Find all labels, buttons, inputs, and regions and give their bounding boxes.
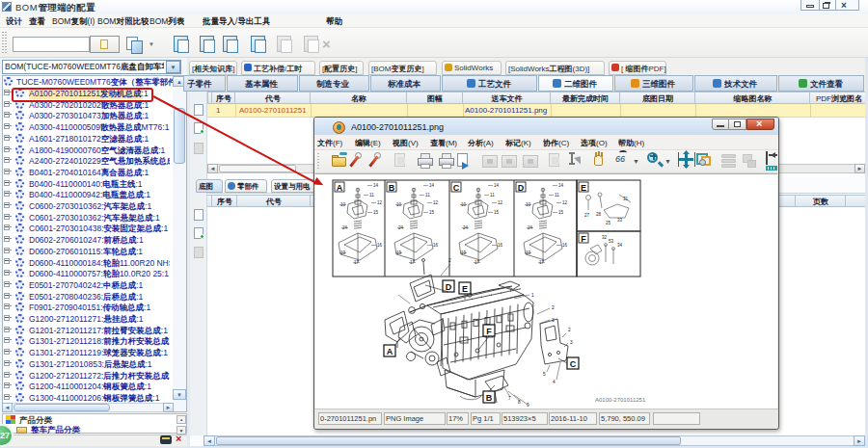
- svg-text:E: E: [581, 183, 586, 193]
- svg-text:F: F: [486, 327, 492, 336]
- svg-text:2: 2: [568, 328, 571, 332]
- svg-text:28: 28: [596, 212, 602, 217]
- svg-text:27: 27: [584, 213, 590, 218]
- svg-text:31: 31: [623, 197, 629, 201]
- svg-text:2: 2: [552, 305, 555, 310]
- svg-text:8: 8: [518, 400, 521, 405]
- svg-text:5: 5: [543, 372, 546, 377]
- svg-text:E: E: [462, 284, 468, 294]
- svg-text:11: 11: [490, 193, 495, 198]
- svg-text:7: 7: [508, 396, 511, 401]
- svg-text:15: 15: [373, 210, 379, 215]
- svg-text:2: 2: [448, 258, 451, 263]
- svg-text:12: 12: [562, 200, 568, 205]
- svg-text:3: 3: [552, 318, 555, 323]
- svg-text:B: B: [389, 183, 395, 193]
- svg-text:D: D: [518, 183, 525, 193]
- svg-text:12: 12: [498, 200, 503, 205]
- svg-text:16: 16: [498, 243, 503, 248]
- svg-text:9: 9: [527, 403, 529, 408]
- svg-text:12: 12: [433, 200, 439, 205]
- svg-text:4: 4: [553, 380, 556, 384]
- svg-text:A0100-2701011251: A0100-2701011251: [595, 397, 646, 403]
- svg-text:3: 3: [570, 340, 573, 345]
- svg-text:11: 11: [425, 193, 430, 198]
- svg-text:11: 11: [369, 193, 374, 198]
- svg-text:14: 14: [373, 183, 379, 188]
- svg-text:C: C: [570, 359, 577, 369]
- svg-text:53: 53: [609, 239, 614, 244]
- svg-text:15: 15: [494, 210, 500, 215]
- svg-text:F: F: [581, 234, 586, 244]
- svg-text:16: 16: [433, 243, 439, 248]
- svg-text:D: D: [446, 282, 452, 292]
- svg-text:C: C: [453, 183, 460, 193]
- svg-text:1: 1: [531, 293, 534, 298]
- svg-text:14: 14: [494, 183, 500, 188]
- svg-text:14: 14: [429, 183, 435, 188]
- svg-text:15: 15: [558, 210, 564, 215]
- svg-text:12: 12: [377, 200, 383, 205]
- svg-text:34: 34: [617, 243, 623, 248]
- svg-text:15: 15: [429, 210, 435, 215]
- svg-text:16: 16: [377, 243, 383, 248]
- svg-text:14: 14: [558, 183, 564, 188]
- svg-text:16: 16: [562, 243, 568, 248]
- svg-text:25: 25: [606, 221, 611, 225]
- svg-text:11: 11: [555, 193, 559, 198]
- svg-text:A: A: [387, 347, 393, 356]
- svg-text:A: A: [337, 183, 343, 193]
- svg-text:B: B: [486, 393, 493, 403]
- svg-text:32: 32: [602, 235, 608, 240]
- svg-text:33: 33: [617, 218, 623, 223]
